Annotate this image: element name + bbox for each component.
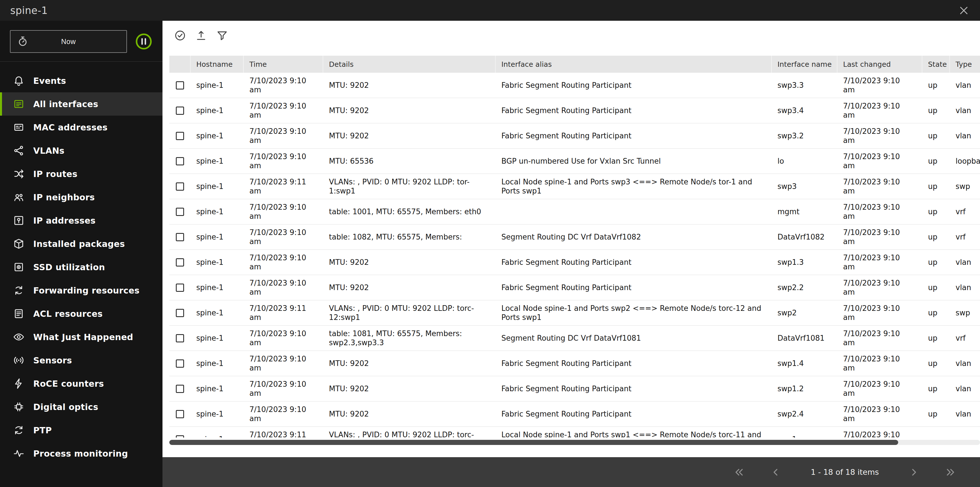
cell-interface-alias: Fabric Segment Routing Participant (496, 351, 772, 376)
cell-hostname: spine-1 (191, 427, 244, 438)
row-checkbox[interactable] (176, 410, 184, 418)
row-checkbox[interactable] (176, 309, 184, 317)
window-titlebar: spine-1 (0, 0, 980, 21)
menu-item-label: IP addresses (33, 216, 95, 226)
table-row: spine-1 7/10/2023 9:10 am MTU: 9202 Fabr… (169, 73, 980, 98)
cell-details: MTU: 9202 (323, 73, 496, 98)
table-row: spine-1 7/10/2023 9:10 am MTU: 9202 Fabr… (169, 275, 980, 300)
sidebar-item-installed-packages[interactable]: Installed packages (0, 232, 162, 255)
row-checkbox[interactable] (176, 258, 184, 266)
cell-hostname: spine-1 (191, 326, 244, 351)
cell-interface-alias: Local Node spine-1 and Ports swp1 <==> R… (496, 427, 772, 438)
cell-select (169, 149, 191, 173)
column-header-select[interactable] (169, 56, 191, 73)
column-header-interface-alias[interactable]: Interface alias (496, 56, 772, 73)
cell-interface-alias: Fabric Segment Routing Participant (496, 123, 772, 148)
row-checkbox[interactable] (176, 157, 184, 166)
cell-hostname: spine-1 (191, 275, 244, 300)
row-checkbox[interactable] (176, 334, 184, 342)
first-page-button[interactable] (732, 465, 746, 479)
menu-item-icon (13, 98, 25, 110)
cell-select (169, 376, 191, 401)
horizontal-scrollbar[interactable] (169, 440, 980, 445)
column-header-type[interactable]: Type (950, 56, 980, 73)
table-row: spine-1 7/10/2023 9:10 am table: 1001, M… (169, 199, 980, 224)
column-header-interface-name[interactable]: Interface name (772, 56, 837, 73)
row-checkbox[interactable] (176, 182, 184, 191)
sidebar-item-forwarding-resources[interactable]: Forwarding resources (0, 279, 162, 302)
sidebar-item-roce-counters[interactable]: RoCE counters (0, 372, 162, 395)
cell-state: up (922, 250, 950, 275)
cell-type: vlan (950, 73, 980, 98)
sidebar-item-what-just-happened[interactable]: What Just Happened (0, 325, 162, 349)
row-checkbox[interactable] (176, 435, 184, 438)
cell-last-changed: 7/10/2023 9:10 am (837, 401, 922, 427)
menu-item-label: ACL resources (33, 309, 103, 319)
sidebar-item-events[interactable]: Events (0, 69, 162, 92)
sidebar-item-vlans[interactable]: VLANs (0, 139, 162, 162)
cell-interface-alias: Segment Routing DC Vrf DataVrf1081 (496, 326, 772, 351)
last-page-button[interactable] (943, 465, 957, 479)
column-header-details[interactable]: Details (323, 56, 496, 73)
time-range-button[interactable]: Now (10, 30, 127, 53)
sidebar-item-process-monitoring[interactable]: Process monitoring (0, 442, 162, 465)
column-header-hostname[interactable]: Hostname (191, 56, 244, 73)
cell-state: up (922, 300, 950, 325)
time-range-label: Now (61, 38, 76, 46)
sidebar-item-ip-routes[interactable]: IP routes (0, 162, 162, 186)
table-toolbar (162, 21, 980, 42)
time-filter-row: Now (0, 21, 162, 53)
sidebar-item-sensors[interactable]: Sensors (0, 349, 162, 372)
row-checkbox[interactable] (176, 385, 184, 393)
cell-time: 7/10/2023 9:10 am (244, 224, 323, 250)
sidebar-item-ssd-utilization[interactable]: SSD utilization (0, 255, 162, 279)
cell-select (169, 351, 191, 376)
table-row: spine-1 7/10/2023 9:10 am MTU: 65536 BGP… (169, 149, 980, 174)
pause-button[interactable] (134, 32, 153, 51)
row-checkbox[interactable] (176, 208, 184, 216)
select-rows-icon[interactable] (174, 29, 186, 42)
cell-state: up (922, 401, 950, 427)
close-icon[interactable] (958, 5, 970, 16)
row-checkbox[interactable] (176, 132, 184, 140)
pagination-info: 1 - 18 of 18 items (811, 468, 879, 476)
column-header-last-changed[interactable]: Last changed (837, 56, 922, 73)
menu-item-label: IP routes (33, 169, 78, 179)
row-checkbox[interactable] (176, 233, 184, 241)
cell-interface-alias: BGP un-numbered Use for Vxlan Src Tunnel (496, 149, 772, 173)
table-row: spine-1 7/10/2023 9:10 am MTU: 9202 Fabr… (169, 250, 980, 275)
column-header-time[interactable]: Time (244, 56, 323, 73)
sidebar-item-ip-neighbors[interactable]: IP neighbors (0, 186, 162, 209)
cell-time: 7/10/2023 9:10 am (244, 199, 323, 224)
cell-interface-name: mgmt (772, 199, 837, 224)
cell-select (169, 73, 191, 98)
menu-item-label: Process monitoring (33, 449, 128, 458)
row-checkbox[interactable] (176, 283, 184, 292)
table-body: spine-1 7/10/2023 9:10 am MTU: 9202 Fabr… (169, 73, 980, 438)
sidebar-item-digital-optics[interactable]: Digital optics (0, 395, 162, 419)
sidebar-item-ptp[interactable]: PTP (0, 419, 162, 442)
row-checkbox[interactable] (176, 360, 184, 368)
cell-details: VLANs: , PVID: 0 MTU: 9202 LLDP: tor-1:s… (323, 174, 496, 199)
horizontal-scrollbar-thumb[interactable] (169, 440, 898, 445)
sidebar-item-all-interfaces[interactable]: All interfaces (0, 92, 162, 116)
previous-page-button[interactable] (768, 465, 782, 479)
column-header-state[interactable]: State (922, 56, 950, 73)
sidebar-item-acl-resources[interactable]: ACL resources (0, 302, 162, 325)
row-checkbox[interactable] (176, 107, 184, 115)
cell-last-changed: 7/10/2023 9:10 am (837, 149, 922, 173)
export-icon[interactable] (195, 29, 207, 42)
menu-item-icon (13, 145, 25, 156)
menu-item-label: Forwarding resources (33, 286, 140, 296)
table-row: spine-1 7/10/2023 9:10 am table: 1082, M… (169, 224, 980, 250)
sidebar-item-ip-addresses[interactable]: IP addresses (0, 209, 162, 232)
cell-interface-name: swp3.3 (772, 73, 837, 98)
next-page-button[interactable] (907, 465, 921, 479)
sidebar-item-mac-addresses[interactable]: MAC addresses (0, 116, 162, 139)
timer-icon (17, 35, 29, 48)
main-panel: HostnameTimeDetailsInterface aliasInterf… (162, 21, 980, 487)
row-checkbox[interactable] (176, 81, 184, 89)
filter-icon[interactable] (216, 29, 228, 42)
cell-last-changed: 7/10/2023 9:10 am (837, 376, 922, 401)
cell-hostname: spine-1 (191, 376, 244, 401)
